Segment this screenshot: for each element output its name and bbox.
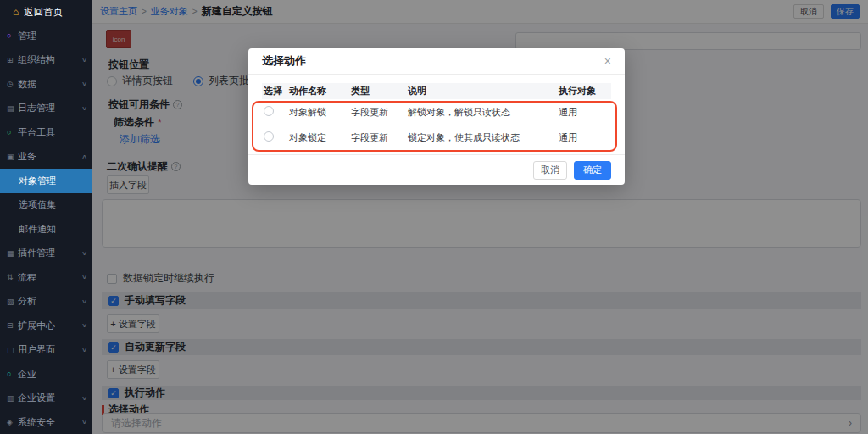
sidebar-item-workflow[interactable]: ⇅流程∨: [0, 265, 92, 290]
col-description: 说明: [406, 83, 557, 99]
select-action-modal: 选择动作 × 选择 动作名称 类型 说明 执行对象 对象解锁 字段更新 解锁: [248, 48, 625, 185]
sidebar-item-label: 数据: [18, 78, 36, 91]
briefcase-icon: ▣: [7, 153, 18, 161]
chevron-down-icon: ∨: [81, 274, 87, 281]
action-type: 字段更新: [349, 125, 406, 150]
sidebar-item-label: 日志管理: [18, 102, 55, 114]
org-icon: ⊞: [7, 56, 18, 64]
sidebar-item-label: 企业设置: [18, 392, 55, 404]
sidebar-item-label: 用户界面: [18, 343, 55, 356]
action-name: 对象解锁: [287, 99, 349, 125]
col-select: 选择: [262, 83, 287, 99]
sidebar-item-object-management[interactable]: 对象管理: [0, 169, 92, 193]
col-action-name: 动作名称: [287, 83, 349, 99]
sidebar-item-label: 业务: [18, 150, 36, 163]
sidebar-item-log-management[interactable]: ▤日志管理∨: [0, 97, 92, 121]
sidebar-item-plugin-management[interactable]: ▦插件管理∨: [0, 242, 92, 266]
table-row: 对象锁定 字段更新 锁定对象，使其成只读状态 通用: [262, 125, 611, 150]
action-type: 字段更新: [349, 99, 406, 125]
sidebar-item-system-security[interactable]: ◈系统安全∨: [0, 410, 92, 434]
sidebar-item-label: 对象管理: [19, 175, 56, 187]
sidebar-item-email-notification[interactable]: 邮件通知: [0, 217, 92, 242]
sidebar-item-label: 管理: [18, 30, 36, 42]
action-table: 选择 动作名称 类型 说明 执行对象 对象解锁 字段更新 解锁对象，解锁只读状态…: [262, 83, 611, 150]
sidebar-item-user-interface[interactable]: ▢用户界面∨: [0, 338, 92, 363]
sidebar-item-label: 平台工具: [18, 126, 55, 139]
sidebar-item-extension-center[interactable]: ⊟扩展中心∨: [0, 314, 92, 338]
ui-icon: ▢: [7, 346, 18, 354]
sidebar-item-enterprise[interactable]: ○企业: [0, 362, 92, 387]
action-name: 对象锁定: [287, 125, 349, 150]
sidebar-item-label: 企业: [18, 368, 36, 381]
action-description: 解锁对象，解锁只读状态: [406, 99, 557, 125]
chevron-down-icon: ∨: [81, 105, 87, 112]
lock-icon: ◈: [7, 418, 18, 426]
log-icon: ▤: [7, 104, 18, 113]
action-target: 通用: [557, 125, 611, 150]
app-screen: ⌂ 返回首页 ○管理⊞组织结构∨◷数据∨▤日志管理∨○平台工具▣业务∧对象管理选…: [0, 0, 868, 434]
modal-footer: 取消 确定: [248, 154, 625, 185]
chevron-down-icon: ∨: [81, 298, 87, 305]
sidebar-item-label: 分析: [18, 295, 36, 308]
circle-icon: ○: [7, 31, 18, 40]
row-radio-unlock[interactable]: [264, 106, 274, 116]
chevron-down-icon: ∨: [81, 250, 87, 257]
action-target: 通用: [557, 99, 611, 125]
sidebar-item-data[interactable]: ◷数据∨: [0, 72, 92, 97]
sidebar-item-label: 系统安全: [18, 416, 55, 429]
sidebar-item-label: 组织结构: [18, 53, 55, 66]
sidebar-item-business[interactable]: ▣业务∧: [0, 145, 92, 170]
chevron-down-icon: ∨: [81, 347, 87, 353]
action-description: 锁定对象，使其成只读状态: [406, 125, 557, 150]
col-target: 执行对象: [557, 83, 611, 99]
sidebar-nav: ○管理⊞组织结构∨◷数据∨▤日志管理∨○平台工具▣业务∧对象管理选项值集邮件通知…: [0, 24, 92, 434]
circle-icon: ○: [7, 128, 18, 136]
sidebar-item-label: 扩展中心: [18, 320, 55, 332]
table-row: 对象解锁 字段更新 解锁对象，解锁只读状态 通用: [262, 99, 611, 125]
chevron-down-icon: ∨: [81, 81, 87, 87]
sidebar: ⌂ 返回首页 ○管理⊞组织结构∨◷数据∨▤日志管理∨○平台工具▣业务∧对象管理选…: [0, 0, 92, 434]
chevron-up-icon: ∧: [81, 153, 87, 160]
sidebar-item-label: 流程: [18, 271, 36, 284]
modal-title: 选择动作: [262, 53, 306, 69]
col-type: 类型: [349, 83, 406, 99]
sidebar-item-label: 插件管理: [18, 247, 55, 259]
chevron-down-icon: ∨: [81, 57, 87, 64]
sidebar-item-option-value-set[interactable]: 选项值集: [0, 193, 92, 218]
table-header-row: 选择 动作名称 类型 说明 执行对象: [262, 83, 611, 99]
sidebar-item-platform-tools[interactable]: ○平台工具: [0, 120, 92, 145]
modal-cancel-button[interactable]: 取消: [533, 161, 567, 180]
plugin-icon: ▦: [7, 249, 18, 258]
sidebar-item-management[interactable]: ○管理: [0, 24, 92, 48]
row-radio-lock[interactable]: [264, 131, 274, 142]
chart-icon: ▧: [7, 298, 18, 306]
chevron-down-icon: ∨: [81, 419, 87, 426]
circle-icon: ○: [7, 370, 18, 378]
home-icon: ⌂: [13, 6, 19, 18]
sidebar-home-link[interactable]: ⌂ 返回首页: [0, 0, 92, 24]
sidebar-home-label: 返回首页: [24, 6, 63, 19]
chevron-down-icon: ∨: [81, 322, 87, 329]
sidebar-item-org-structure[interactable]: ⊞组织结构∨: [0, 48, 92, 73]
chevron-down-icon: ∨: [81, 395, 87, 402]
building-icon: ▥: [7, 394, 18, 403]
sidebar-item-label: 邮件通知: [19, 223, 56, 236]
sidebar-item-label: 选项值集: [19, 198, 56, 211]
flow-icon: ⇅: [7, 273, 18, 281]
close-icon[interactable]: ×: [604, 55, 611, 67]
sidebar-item-analysis[interactable]: ▧分析∨: [0, 290, 92, 314]
sidebar-item-enterprise-settings[interactable]: ▥企业设置∨: [0, 387, 92, 411]
modal-header: 选择动作 ×: [248, 48, 625, 75]
extension-icon: ⊟: [7, 321, 18, 330]
modal-ok-button[interactable]: 确定: [574, 161, 611, 180]
clock-icon: ◷: [7, 80, 18, 88]
